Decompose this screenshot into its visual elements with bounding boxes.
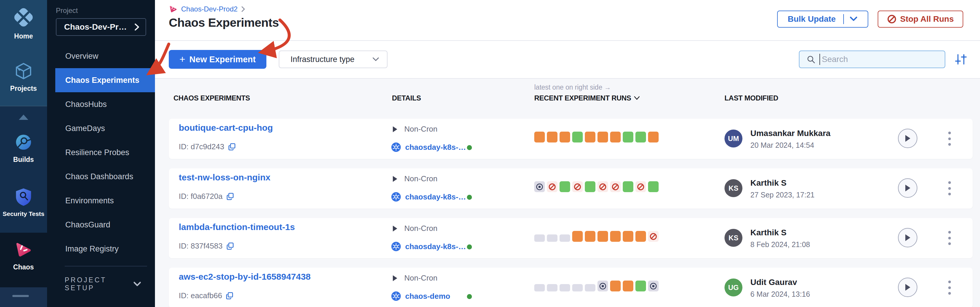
recent-run-history: [534, 181, 659, 192]
run-cell-completed-green[interactable]: [560, 181, 570, 192]
column-header-runs-label: RECENT EXPERIMENT RUNS: [534, 94, 631, 102]
run-cell-completed-orange[interactable]: [597, 131, 608, 142]
infrastructure-link[interactable]: chaosday-k8s-…: [405, 242, 466, 251]
rail-item-home[interactable]: Home: [0, 6, 47, 40]
chevron-right-icon: [134, 23, 140, 31]
row-menu-button[interactable]: [945, 231, 954, 245]
run-cell-completed-orange[interactable]: [585, 131, 595, 142]
row-menu-button[interactable]: [945, 131, 954, 146]
run-cell-completed-orange[interactable]: [635, 231, 646, 242]
rail-item-builds[interactable]: Builds: [0, 133, 47, 164]
run-experiment-button[interactable]: [898, 129, 917, 148]
run-cell-no-run[interactable]: [572, 284, 583, 291]
chaos-module-icon: [14, 240, 33, 260]
run-cell-no-run[interactable]: [585, 284, 595, 291]
experiment-schedule: Non-Cron: [392, 224, 438, 233]
run-cell-stopped[interactable]: [648, 280, 659, 291]
run-cell-completed-orange[interactable]: [610, 131, 621, 142]
row-menu-button[interactable]: [945, 280, 954, 295]
run-cell-no-run[interactable]: [534, 284, 545, 291]
sidebar-item-gamedays[interactable]: GameDays: [55, 116, 155, 141]
sidebar-item-label: Overview: [65, 52, 99, 61]
run-cell-no-run[interactable]: [547, 284, 557, 291]
run-cell-completed-orange[interactable]: [585, 231, 595, 242]
sidebar-item-image-registry[interactable]: Image Registry: [55, 237, 155, 261]
run-cell-stopped[interactable]: [597, 280, 608, 291]
sidebar-item-project-setup[interactable]: PROJECT SETUP: [65, 276, 141, 292]
rail-item-projects[interactable]: Projects: [0, 62, 47, 93]
experiment-id-text: ID: 837f4583: [179, 242, 223, 251]
project-sidebar: Project Chaos-Dev-Pr… OverviewChaos Expe…: [47, 0, 155, 307]
sidebar-item-chaoshubs[interactable]: ChaosHubs: [55, 92, 155, 116]
sidebar-item-chaosguard[interactable]: ChaosGuard: [55, 213, 155, 237]
page-title: Chaos Experiments: [169, 16, 279, 30]
run-experiment-button[interactable]: [898, 278, 917, 297]
copy-icon[interactable]: [226, 242, 234, 250]
rail-collapse-toggle[interactable]: [0, 113, 47, 122]
bulk-update-button[interactable]: Bulk Update: [777, 11, 868, 28]
run-experiment-button[interactable]: [898, 178, 917, 198]
run-cell-completed-green[interactable]: [585, 181, 595, 192]
run-cell-failed[interactable]: [597, 181, 608, 192]
run-cell-completed-green[interactable]: [635, 131, 646, 142]
copy-icon[interactable]: [228, 143, 236, 151]
column-header-recent-runs[interactable]: RECENT EXPERIMENT RUNS: [534, 94, 640, 102]
sidebar-item-environments[interactable]: Environments: [55, 188, 155, 213]
run-cell-completed-green[interactable]: [572, 131, 583, 142]
filter-icon[interactable]: [955, 54, 967, 65]
copy-icon[interactable]: [226, 192, 234, 200]
search-input[interactable]: [819, 54, 937, 65]
run-cell-completed-orange[interactable]: [572, 231, 583, 242]
run-cell-no-run[interactable]: [547, 234, 557, 242]
run-cell-completed-green[interactable]: [635, 280, 646, 291]
run-cell-completed-orange[interactable]: [623, 280, 633, 291]
run-cell-completed-green[interactable]: [648, 181, 659, 192]
main-content: Chaos-Dev-Prod2 Chaos Experiments Bulk U…: [155, 0, 980, 307]
row-menu-button[interactable]: [945, 181, 954, 195]
experiment-name-link[interactable]: test-nw-loss-on-nginx: [179, 172, 270, 182]
run-cell-completed-orange[interactable]: [547, 131, 557, 142]
new-experiment-button[interactable]: + New Experiment: [169, 50, 266, 69]
run-cell-failed[interactable]: [572, 181, 583, 192]
run-cell-completed-orange[interactable]: [560, 131, 570, 142]
experiment-name-link[interactable]: lambda-function-timeout-1s: [179, 222, 295, 232]
stopped-run-icon: [536, 183, 543, 191]
run-cell-completed-orange[interactable]: [648, 131, 659, 142]
run-cell-completed-orange[interactable]: [610, 280, 621, 291]
stop-all-runs-button[interactable]: Stop All Runs: [878, 11, 963, 28]
sidebar-item-chaos-dashboards[interactable]: Chaos Dashboards: [55, 165, 155, 188]
run-cell-failed[interactable]: [547, 181, 557, 192]
sidebar-item-overview[interactable]: Overview: [55, 44, 155, 68]
run-cell-completed-orange[interactable]: [534, 131, 545, 142]
kubernetes-icon: [391, 142, 401, 152]
run-cell-failed[interactable]: [610, 181, 621, 192]
infrastructure-link[interactable]: chaosday-k8s-…: [405, 143, 466, 152]
project-selector[interactable]: Chaos-Dev-Pr…: [56, 18, 146, 36]
rail-item-chaos[interactable]: Chaos: [0, 240, 47, 271]
sidebar-divider: [65, 266, 147, 266]
rail-item-security-tests[interactable]: Security Tests: [0, 187, 47, 217]
run-cell-failed[interactable]: [635, 181, 646, 192]
run-cell-no-run[interactable]: [560, 234, 570, 242]
experiment-infrastructure: chaos-demo: [391, 291, 450, 301]
run-cell-no-run[interactable]: [560, 284, 570, 291]
infrastructure-link[interactable]: chaosday-k8s-…: [405, 192, 466, 201]
run-cell-completed-orange[interactable]: [623, 231, 633, 242]
experiment-name-link[interactable]: boutique-cart-cpu-hog: [179, 123, 273, 133]
run-cell-failed[interactable]: [648, 231, 659, 242]
run-cell-completed-green[interactable]: [623, 181, 633, 192]
run-cell-stopped[interactable]: [534, 181, 545, 192]
infrastructure-link[interactable]: chaos-demo: [405, 292, 450, 301]
run-cell-completed-orange[interactable]: [610, 231, 621, 242]
copy-icon[interactable]: [226, 292, 234, 300]
experiment-row: boutique-cart-cpu-hog ID: d7c9d243 Non-C…: [169, 119, 973, 159]
breadcrumb-project-link[interactable]: Chaos-Dev-Prod2: [181, 5, 237, 13]
run-experiment-button[interactable]: [898, 228, 917, 247]
run-cell-completed-orange[interactable]: [597, 231, 608, 242]
sidebar-item-chaos-experiments[interactable]: Chaos Experiments: [55, 68, 155, 92]
infrastructure-type-select[interactable]: Infrastructure type: [279, 51, 388, 68]
run-cell-completed-green[interactable]: [623, 131, 633, 142]
sidebar-item-resilience-probes[interactable]: Resilience Probes: [55, 141, 155, 165]
experiment-name-link[interactable]: aws-ec2-stop-by-id-1658947438: [179, 272, 311, 282]
run-cell-no-run[interactable]: [534, 234, 545, 242]
